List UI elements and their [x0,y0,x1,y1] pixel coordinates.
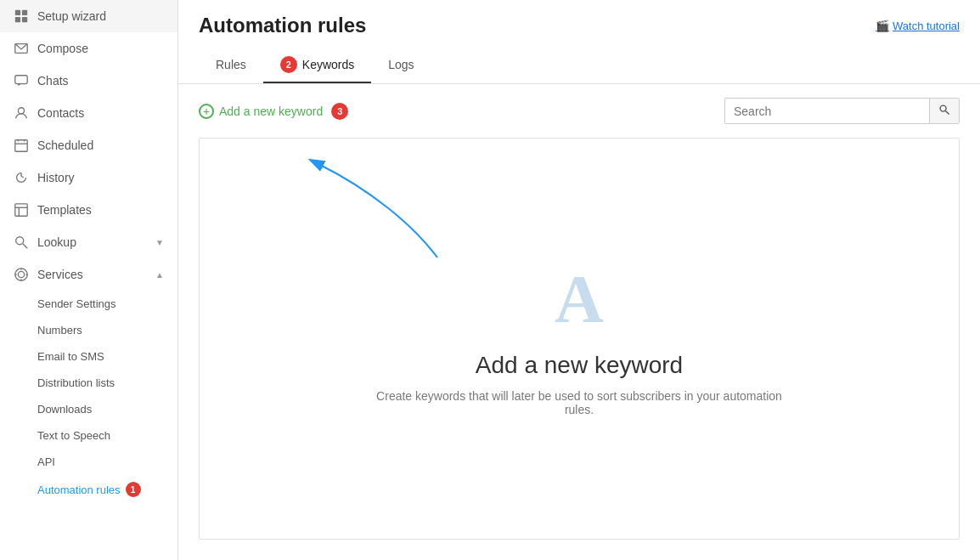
calendar-icon [14,138,29,153]
sidebar-item-contacts[interactable]: Contacts [0,97,177,129]
svg-line-15 [23,244,27,248]
arrow-annotation [217,139,488,274]
svg-rect-5 [15,76,27,84]
toolbar-add-badge: 3 [331,103,348,120]
svg-rect-1 [22,10,27,15]
svg-rect-7 [15,140,27,152]
tabs-bar: Rules 2 Keywords Logs [178,48,980,84]
sidebar-sub-item-sender-settings[interactable]: Sender Settings [0,291,177,317]
sidebar-sub-item-downloads[interactable]: Downloads [0,396,177,422]
sidebar-sub-item-distribution-lists[interactable]: Distribution lists [0,370,177,396]
tab-logs[interactable]: Logs [371,49,431,82]
page-header: Automation rules 🎬 Watch tutorial [178,0,980,37]
tab-keywords-badge: 2 [280,56,297,73]
svg-line-23 [945,110,949,114]
contacts-icon [14,105,29,121]
services-icon [14,267,29,282]
svg-point-17 [15,269,27,280]
sidebar-item-label: Lookup [37,235,76,249]
search-box [724,98,960,124]
chat-icon [14,73,29,88]
empty-state: A Add a new keyword Create keywords that… [199,138,960,540]
svg-point-16 [18,271,24,277]
sidebar-item-services[interactable]: Services ▲ [0,258,177,291]
watch-tutorial-link[interactable]: 🎬 Watch tutorial [876,20,960,32]
sidebar-item-label: Services [37,268,83,281]
sidebar-item-label: Chats [37,74,69,88]
add-keyword-button[interactable]: + Add a new keyword 3 [199,103,348,120]
sidebar-sub-item-automation-rules[interactable]: Automation rules 1 [0,475,177,504]
svg-point-14 [16,237,24,245]
sidebar-automation-badge: 1 [126,482,141,497]
sidebar-item-chats[interactable]: Chats [0,65,177,97]
search-icon [938,104,950,116]
search-input[interactable] [725,99,929,123]
svg-point-6 [18,108,24,114]
video-icon: 🎬 [876,20,889,32]
sidebar-item-label: Scheduled [37,139,93,152]
svg-rect-2 [15,17,20,22]
svg-rect-0 [15,10,20,15]
chevron-up-icon: ▲ [155,270,164,280]
sidebar-sub-item-api[interactable]: API [0,449,177,475]
content-toolbar: + Add a new keyword 3 [178,84,980,138]
sidebar-item-label: Setup wizard [37,9,106,23]
search-button[interactable] [929,99,959,123]
sidebar-item-label: Contacts [37,106,84,120]
page-title: Automation rules [199,14,366,37]
history-icon [14,170,29,185]
sidebar-item-setup-wizard[interactable]: Setup wizard [0,0,177,32]
sidebar-item-label: Templates [37,203,92,217]
svg-rect-11 [15,204,27,216]
templates-icon [14,202,29,218]
sidebar-item-label: Compose [37,42,88,55]
sidebar-item-scheduled[interactable]: Scheduled [0,129,177,161]
sidebar-sub-item-text-to-speech[interactable]: Text to Speech [0,422,177,449]
sidebar-item-compose[interactable]: Compose [0,32,177,65]
sidebar-sub-item-numbers[interactable]: Numbers [0,317,177,343]
main-content: Automation rules 🎬 Watch tutorial Rules … [178,0,980,560]
tab-rules[interactable]: Rules [199,49,263,82]
sidebar-item-label: History [37,171,75,184]
sidebar-sub-item-email-to-sms[interactable]: Email to SMS [0,343,177,370]
svg-rect-3 [22,17,27,22]
sidebar-item-history[interactable]: History [0,161,177,194]
tab-keywords[interactable]: 2 Keywords [263,48,371,83]
empty-state-description: Create keywords that will later be used … [367,389,791,416]
sidebar-item-templates[interactable]: Templates [0,194,177,226]
sidebar: Setup wizard Compose Chats Contacts Sche… [0,0,178,560]
grid-icon [14,8,29,24]
empty-state-title: Add a new keyword [476,352,683,379]
search-icon [14,235,29,250]
svg-point-22 [940,105,946,111]
sidebar-item-lookup[interactable]: Lookup ▼ [0,226,177,258]
compose-icon [14,41,29,56]
empty-state-icon: A [555,261,604,338]
plus-icon: + [199,104,214,119]
chevron-down-icon: ▼ [155,238,164,247]
